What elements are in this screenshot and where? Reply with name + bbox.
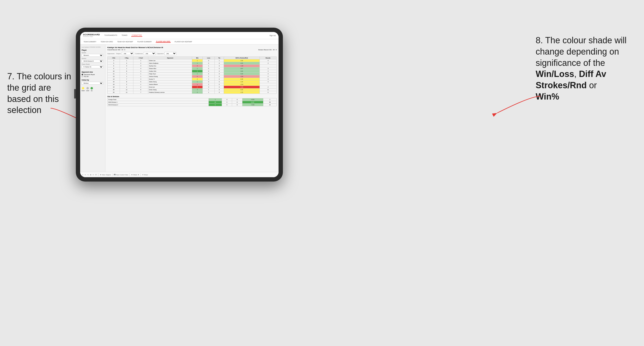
td-loss: 0 [202,73,215,75]
td-tie: 0 [215,62,224,65]
sub-nav-team-h2h-heatmap[interactable]: TEAM H2H HEATMAP [117,41,134,42]
td-reg: 2 [120,83,133,86]
legend-level: Level [86,87,89,91]
td-conf: 4 [133,78,148,81]
td-diff: 4.00 [224,70,260,73]
sidebar-player-rank-select[interactable]: 8. Katelyn Vo [82,65,103,68]
td-tie: 0 [215,81,224,83]
td-conf: 1 [133,59,148,62]
table-row: 16 2 1 Jessica Mason 1 2 0 -0.94 [108,83,276,86]
td-loss: 1 [202,75,215,78]
toolbar-view-original[interactable]: 👁 View: Original [100,174,111,175]
watch-icon: 👁 [131,174,133,175]
td-conf: 6 [133,88,148,91]
td-tie: 0 [215,86,224,88]
td-diff: 1.33 [224,91,260,94]
toolbar-undo2[interactable]: ↩ [85,174,86,175]
ood-table-row: NAIA Division 1 15 0 0 9.267 30 [108,101,276,104]
sub-nav-team-h2h-grid[interactable]: TEAM H2H GRID [100,41,114,42]
th-tie: Tie [215,57,224,59]
td-opponent: Emily Chang [148,88,192,91]
td-div: 6 [108,65,120,67]
td-tie: 1 [215,59,224,62]
colour-by-select[interactable]: Win/loss [82,82,103,85]
td-reg: 3 [120,65,133,67]
sub-nav-player-h2h-heatmap[interactable]: PLAYER H2H HEATMAP [174,41,192,42]
toolbar-watch[interactable]: 👁 Watch ▼ [131,174,139,175]
toolbar-clock[interactable]: ⏱ [95,174,97,175]
td-tie: 0 [215,83,224,86]
nav-committee[interactable]: COMMITTEE [131,34,142,37]
conference-select[interactable]: (All) [144,52,156,55]
toolbar-copy[interactable]: ⊞ [90,174,91,175]
td-conf: 3 [133,65,148,67]
td-reg: 1 [120,75,133,78]
nav-sign-out[interactable]: Sign out [270,35,276,36]
td-div: 11 [108,73,120,75]
td-opponent: Heejo Hyun [148,73,192,75]
td-reg: 11 [120,88,133,91]
td-loss: 0 [202,62,215,65]
td-rounds: 3 [260,73,276,75]
td-tie: 0 [215,70,224,73]
radio-opponents-played[interactable]: Opponents Played [82,74,104,75]
conference-label: Conference [135,53,143,54]
nav-bar: SCOREBOARD Powered by clippd TOURNAMENTS… [80,32,278,39]
td-loss: 0 [202,81,215,83]
legend-level-label: Level [86,90,89,91]
nav-tournaments[interactable]: TOURNAMENTS [104,34,118,37]
legend-up-circle [90,87,93,89]
share-label: Share [144,174,148,175]
sub-nav: TEAM SUMMARY TEAM H2H GRID TEAM H2H HEAT… [80,39,278,44]
td-conf: 2 [133,86,148,88]
th-loss: Loss [202,57,215,59]
sub-nav-player-h2h-grid[interactable]: PLAYER H2H GRID [156,41,171,43]
region-label: Region [116,53,121,54]
td-conf: 3 [133,70,148,73]
td-tie: 0 [215,78,224,81]
radio-top-100[interactable]: Top 100 [82,76,104,77]
td-loss: 0 [202,59,215,62]
toolbar-undo[interactable]: ↩ [82,174,83,175]
ood-loss: 0 [222,101,232,104]
out-of-division-table: Foreign Team 1 0 0 4.500 2 NAIA Division… [107,98,276,106]
sub-nav-player-summary[interactable]: PLAYER SUMMARY [137,41,152,42]
td-reg: 11 [120,91,133,94]
sidebar-gender-select[interactable]: Women's [82,54,103,57]
table-row: 9 1 4 Sharon Mun 1 0 0 3.67 3 [108,67,276,70]
tablet-frame: SCOREBOARD Powered by clippd TOURNAMENTS… [76,28,283,181]
region-select[interactable]: (All) [122,52,134,55]
td-div: 5 [108,62,120,65]
td-win: 2 [192,78,202,81]
ood-win: 15 [209,101,222,104]
sub-nav-team-summary[interactable]: TEAM SUMMARY [83,41,97,42]
ood-rounds: 2 [263,98,276,101]
arrow-right-indicator [495,94,543,118]
opponent-select[interactable]: (All) [164,52,176,55]
th-conf: # Conf [133,57,148,59]
overall-record-value: 353 - 34 - 6 [118,49,125,50]
th-div: # Div [108,57,120,59]
toolbar-save-custom[interactable]: 💾 Save Custom View [114,174,128,175]
td-conf: 4 [133,67,148,70]
annotation-right-or: or [587,80,597,90]
td-reg: 1 [120,67,133,70]
annotation-right-text1: 8. The colour shade will change dependin… [536,35,627,68]
nav-teams[interactable]: TEAMS [121,34,128,37]
sidebar-player-title: Player [82,49,104,51]
annotation-right-bold1: Win/Loss [536,69,574,79]
td-conf: 1 [133,73,148,75]
td-opponent: Jessica Huang [148,75,192,78]
division-record: Division Record: 331 - 34 - 6 [258,49,276,50]
sidebar-division-select[interactable]: NCAA Division III [82,60,103,62]
toolbar-share[interactable]: ⬆ Share [142,174,148,175]
td-rounds: 3 [260,62,276,65]
td-loss: 2 [202,83,215,86]
td-div: 14 [108,78,120,81]
annotation-right: 8. The colour shade will change dependin… [536,35,639,102]
td-win: 1 [192,62,202,65]
td-opponent: Stella Cheng [148,81,192,83]
toolbar-redo[interactable]: ↪ [88,174,88,175]
td-win: 2 [192,70,202,73]
toolbar-scissors[interactable]: ✂ [93,174,94,175]
